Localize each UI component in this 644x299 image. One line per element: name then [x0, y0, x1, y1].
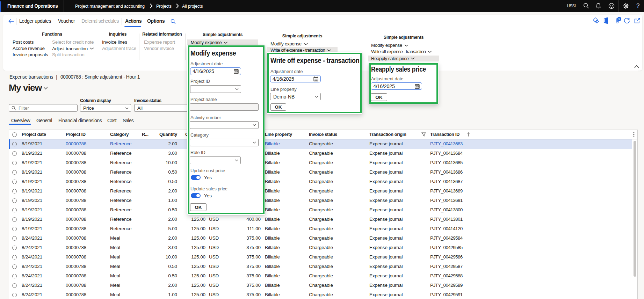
svg-text:0: 0 [618, 17, 620, 21]
